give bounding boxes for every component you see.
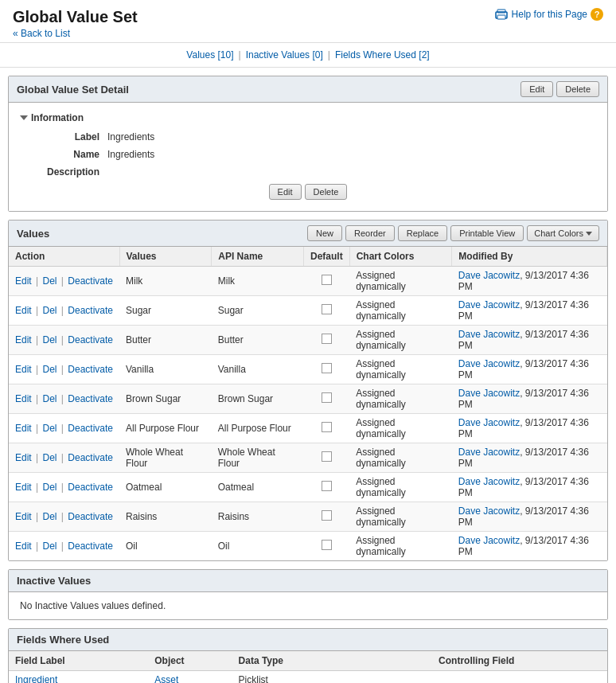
- tab-values[interactable]: Values [10]: [186, 49, 233, 60]
- del-action-link[interactable]: Del: [42, 305, 57, 316]
- fields-where-used-section: Fields Where Used Field Label Object Dat…: [8, 628, 608, 683]
- action-cell: Edit | Del | Deactivate: [9, 473, 119, 502]
- edit-action-link[interactable]: Edit: [15, 423, 32, 434]
- name-field-value: Ingredients: [107, 149, 596, 160]
- table-row: Edit | Del | DeactivateOatmealOatmealAss…: [9, 473, 607, 502]
- nav-tabs: Values [10] | Inactive Values [0] | Fiel…: [0, 43, 616, 68]
- action-sep: |: [33, 305, 41, 316]
- del-action-link[interactable]: Del: [42, 364, 57, 375]
- default-checkbox[interactable]: [322, 392, 332, 403]
- tab-inactive-values[interactable]: Inactive Values [0]: [246, 49, 323, 60]
- deactivate-action-link[interactable]: Deactivate: [68, 364, 113, 375]
- back-to-list-link[interactable]: « Back to List: [13, 28, 70, 39]
- del-action-link[interactable]: Del: [42, 393, 57, 404]
- table-row: Edit | Del | DeactivateAll Purpose Flour…: [9, 414, 607, 443]
- modified-by-link[interactable]: Dave Jacowitz: [458, 299, 520, 310]
- table-row: Edit | Del | DeactivateSugarSugarAssigne…: [9, 296, 607, 326]
- modified-by-cell: Dave Jacowitz, 9/13/2017 4:36 PM: [452, 443, 607, 473]
- modified-by-link[interactable]: Dave Jacowitz: [458, 329, 520, 340]
- edit-action-link[interactable]: Edit: [15, 364, 32, 375]
- printable-view-button[interactable]: Printable View: [450, 225, 524, 241]
- del-action-link[interactable]: Del: [42, 423, 57, 434]
- del-action-link[interactable]: Del: [42, 452, 57, 463]
- help-circle-icon[interactable]: ?: [591, 8, 603, 21]
- delete-button-top[interactable]: Delete: [556, 81, 599, 97]
- edit-action-link[interactable]: Edit: [15, 275, 32, 287]
- action-sep: |: [59, 423, 67, 434]
- action-sep: |: [59, 305, 67, 316]
- edit-button-bottom[interactable]: Edit: [269, 184, 302, 200]
- api-name-cell: Oatmeal: [212, 473, 304, 502]
- fields-table-header-row: Field Label Object Data Type Controlling…: [9, 651, 607, 671]
- data-type-cell: Picklist: [232, 671, 433, 684]
- object-link[interactable]: Asset: [154, 674, 178, 683]
- del-action-link[interactable]: Del: [42, 334, 57, 345]
- modified-by-cell: Dave Jacowitz, 9/13/2017 4:36 PM: [452, 296, 607, 326]
- deactivate-action-link[interactable]: Deactivate: [68, 275, 113, 287]
- value-cell: Oatmeal: [119, 473, 212, 502]
- deactivate-action-link[interactable]: Deactivate: [68, 305, 113, 316]
- default-checkbox-cell: [303, 502, 349, 532]
- action-cell: Edit | Del | Deactivate: [9, 326, 119, 355]
- modified-by-link[interactable]: Dave Jacowitz: [458, 358, 520, 369]
- del-action-link[interactable]: Del: [42, 275, 57, 287]
- modified-by-link[interactable]: Dave Jacowitz: [458, 447, 520, 458]
- label-field-label: Label: [20, 131, 107, 142]
- modified-by-link[interactable]: Dave Jacowitz: [458, 476, 520, 487]
- edit-action-link[interactable]: Edit: [15, 393, 32, 404]
- reorder-button[interactable]: Reorder: [345, 225, 395, 241]
- deactivate-action-link[interactable]: Deactivate: [68, 423, 113, 434]
- tab-fields-where-used[interactable]: Fields Where Used [2]: [335, 49, 430, 60]
- help-link-text[interactable]: Help for this Page: [512, 9, 587, 20]
- deactivate-action-link[interactable]: Deactivate: [68, 452, 113, 463]
- default-checkbox[interactable]: [322, 422, 332, 432]
- deactivate-action-link[interactable]: Deactivate: [68, 482, 113, 493]
- del-action-link[interactable]: Del: [42, 511, 57, 522]
- modified-by-link[interactable]: Dave Jacowitz: [458, 270, 520, 281]
- default-checkbox[interactable]: [322, 363, 332, 373]
- detail-section-body: Information Label Ingredients Name Ingre…: [9, 103, 607, 211]
- chart-colors-button[interactable]: Chart Colors: [527, 225, 599, 241]
- new-button[interactable]: New: [307, 225, 342, 241]
- detail-section: Global Value Set Detail Edit Delete Info…: [8, 76, 608, 212]
- default-checkbox[interactable]: [322, 481, 332, 491]
- edit-action-link[interactable]: Edit: [15, 452, 32, 463]
- deactivate-action-link[interactable]: Deactivate: [68, 511, 113, 522]
- modified-by-link[interactable]: Dave Jacowitz: [458, 505, 520, 517]
- deactivate-action-link[interactable]: Deactivate: [68, 541, 113, 552]
- field-label-link[interactable]: Ingredient: [15, 674, 57, 683]
- value-cell: Brown Sugar: [119, 384, 212, 414]
- api-name-cell: Whole Wheat Flour: [212, 443, 304, 473]
- value-cell: All Purpose Flour: [119, 414, 212, 443]
- collapse-triangle-icon[interactable]: [20, 115, 28, 120]
- replace-button[interactable]: Replace: [398, 225, 447, 241]
- default-checkbox[interactable]: [322, 304, 332, 314]
- edit-action-link[interactable]: Edit: [15, 511, 32, 522]
- modified-by-link[interactable]: Dave Jacowitz: [458, 388, 520, 399]
- action-cell: Edit | Del | Deactivate: [9, 355, 119, 384]
- del-action-link[interactable]: Del: [42, 482, 57, 493]
- default-checkbox[interactable]: [322, 540, 332, 550]
- default-checkbox[interactable]: [322, 451, 332, 462]
- default-checkbox[interactable]: [322, 334, 332, 344]
- values-toolbar: New Reorder Replace Printable View Chart…: [307, 225, 599, 241]
- edit-action-link[interactable]: Edit: [15, 482, 32, 493]
- value-cell: Raisins: [119, 502, 212, 532]
- deactivate-action-link[interactable]: Deactivate: [68, 334, 113, 345]
- chart-colors-cell: Assigned dynamically: [349, 355, 452, 384]
- deactivate-action-link[interactable]: Deactivate: [68, 393, 113, 404]
- default-checkbox[interactable]: [322, 275, 332, 285]
- col-chart-colors: Chart Colors: [349, 247, 452, 267]
- delete-button-bottom[interactable]: Delete: [305, 184, 348, 200]
- modified-by-link[interactable]: Dave Jacowitz: [458, 417, 520, 428]
- edit-button-top[interactable]: Edit: [520, 81, 553, 97]
- edit-action-link[interactable]: Edit: [15, 541, 32, 552]
- help-link[interactable]: Help for this Page ?: [494, 8, 603, 21]
- del-action-link[interactable]: Del: [42, 541, 57, 552]
- modified-by-link[interactable]: Dave Jacowitz: [458, 535, 520, 546]
- action-sep: |: [33, 364, 41, 375]
- edit-action-link[interactable]: Edit: [15, 334, 32, 345]
- action-cell: Edit | Del | Deactivate: [9, 532, 119, 561]
- edit-action-link[interactable]: Edit: [15, 305, 32, 316]
- default-checkbox[interactable]: [322, 510, 332, 521]
